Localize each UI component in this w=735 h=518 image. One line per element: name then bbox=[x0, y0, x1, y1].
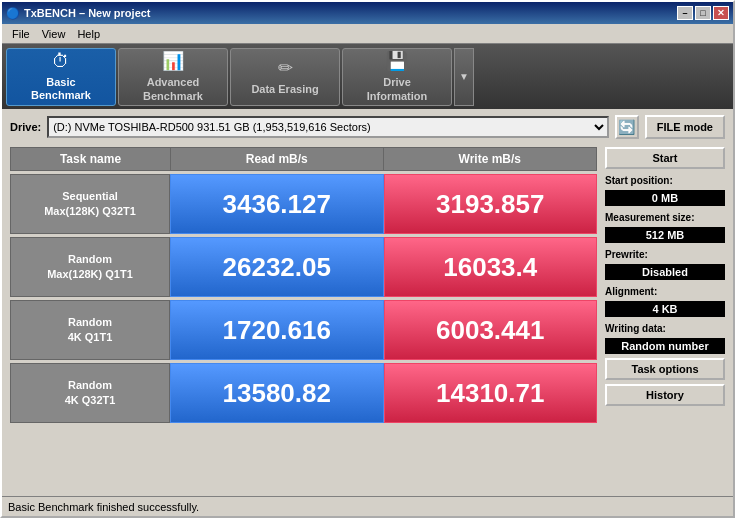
table-row: Random4K Q32T1 13580.82 14310.71 bbox=[10, 363, 597, 423]
tab-advanced-label: AdvancedBenchmark bbox=[143, 76, 203, 102]
measurement-size-label: Measurement size: bbox=[605, 212, 725, 223]
table-row: Random4K Q1T1 1720.616 6003.441 bbox=[10, 300, 597, 360]
app-icon: 🔵 bbox=[6, 7, 20, 20]
tab-data-erasing[interactable]: ✏ Data Erasing bbox=[230, 48, 340, 106]
alignment-value: 4 KB bbox=[605, 301, 725, 317]
refresh-icon: 🔄 bbox=[618, 119, 635, 135]
task-name-0: SequentialMax(128K) Q32T1 bbox=[10, 174, 170, 234]
writing-data-label: Writing data: bbox=[605, 323, 725, 334]
task-name-3: Random4K Q32T1 bbox=[10, 363, 170, 423]
menu-bar: File View Help bbox=[2, 24, 733, 44]
col-read: Read mB/s bbox=[171, 148, 384, 170]
measurement-size-value: 512 MB bbox=[605, 227, 725, 243]
title-bar: 🔵 TxBENCH – New project – □ ✕ bbox=[2, 2, 733, 24]
drive-refresh-button[interactable]: 🔄 bbox=[615, 115, 639, 139]
task-name-2: Random4K Q1T1 bbox=[10, 300, 170, 360]
advanced-benchmark-icon: 📊 bbox=[162, 50, 184, 72]
table-row: RandomMax(128K) Q1T1 26232.05 16033.4 bbox=[10, 237, 597, 297]
write-value-2: 6003.441 bbox=[384, 300, 598, 360]
drive-select[interactable]: (D:) NVMe TOSHIBA-RD500 931.51 GB (1,953… bbox=[47, 116, 609, 138]
toolbar: ⏱ BasicBenchmark 📊 AdvancedBenchmark ✏ D… bbox=[2, 44, 733, 109]
benchmark-table: Task name Read mB/s Write mB/s Sequentia… bbox=[10, 147, 597, 426]
drive-bar: Drive: (D:) NVMe TOSHIBA-RD500 931.51 GB… bbox=[10, 115, 725, 139]
status-bar: Basic Benchmark finished successfully. bbox=[2, 496, 733, 516]
read-value-3: 13580.82 bbox=[170, 363, 384, 423]
prewrite-value: Disabled bbox=[605, 264, 725, 280]
app-window: 🔵 TxBENCH – New project – □ ✕ File View … bbox=[0, 0, 735, 518]
prewrite-label: Prewrite: bbox=[605, 249, 725, 260]
menu-file[interactable]: File bbox=[6, 26, 36, 42]
tab-basic-benchmark[interactable]: ⏱ BasicBenchmark bbox=[6, 48, 116, 106]
read-value-0: 3436.127 bbox=[170, 174, 384, 234]
right-panel: Start Start position: 0 MB Measurement s… bbox=[605, 147, 725, 426]
history-button[interactable]: History bbox=[605, 384, 725, 406]
drive-select-wrapper: (D:) NVMe TOSHIBA-RD500 931.51 GB (1,953… bbox=[47, 116, 609, 138]
col-write: Write mB/s bbox=[384, 148, 597, 170]
tab-drive-information[interactable]: 💾 DriveInformation bbox=[342, 48, 452, 106]
file-mode-button[interactable]: FILE mode bbox=[645, 115, 725, 139]
status-text: Basic Benchmark finished successfully. bbox=[8, 501, 199, 513]
toolbar-arrow[interactable]: ▼ bbox=[454, 48, 474, 106]
main-content: Task name Read mB/s Write mB/s Sequentia… bbox=[10, 147, 725, 426]
basic-benchmark-icon: ⏱ bbox=[52, 51, 70, 72]
read-value-1: 26232.05 bbox=[170, 237, 384, 297]
write-value-3: 14310.71 bbox=[384, 363, 598, 423]
col-task-name: Task name bbox=[11, 148, 171, 170]
menu-view[interactable]: View bbox=[36, 26, 72, 42]
close-button[interactable]: ✕ bbox=[713, 6, 729, 20]
tab-advanced-benchmark[interactable]: 📊 AdvancedBenchmark bbox=[118, 48, 228, 106]
write-value-0: 3193.857 bbox=[384, 174, 598, 234]
task-name-1: RandomMax(128K) Q1T1 bbox=[10, 237, 170, 297]
data-erasing-icon: ✏ bbox=[278, 57, 293, 79]
start-button[interactable]: Start bbox=[605, 147, 725, 169]
window-title: TxBENCH – New project bbox=[24, 7, 151, 19]
table-row: SequentialMax(128K) Q32T1 3436.127 3193.… bbox=[10, 174, 597, 234]
task-options-button[interactable]: Task options bbox=[605, 358, 725, 380]
tab-drive-label: DriveInformation bbox=[367, 76, 428, 102]
alignment-label: Alignment: bbox=[605, 286, 725, 297]
read-value-2: 1720.616 bbox=[170, 300, 384, 360]
minimize-button[interactable]: – bbox=[677, 6, 693, 20]
start-position-label: Start position: bbox=[605, 175, 725, 186]
drive-label: Drive: bbox=[10, 121, 41, 133]
content-area: Drive: (D:) NVMe TOSHIBA-RD500 931.51 GB… bbox=[2, 109, 733, 516]
title-bar-controls[interactable]: – □ ✕ bbox=[677, 6, 729, 20]
writing-data-value: Random number bbox=[605, 338, 725, 354]
tab-basic-label: BasicBenchmark bbox=[31, 76, 91, 102]
start-position-value: 0 MB bbox=[605, 190, 725, 206]
write-value-1: 16033.4 bbox=[384, 237, 598, 297]
maximize-button[interactable]: □ bbox=[695, 6, 711, 20]
title-bar-title: 🔵 TxBENCH – New project bbox=[6, 7, 151, 20]
tab-erasing-label: Data Erasing bbox=[251, 83, 318, 96]
table-header: Task name Read mB/s Write mB/s bbox=[10, 147, 597, 171]
menu-help[interactable]: Help bbox=[71, 26, 106, 42]
drive-info-icon: 💾 bbox=[386, 50, 408, 72]
